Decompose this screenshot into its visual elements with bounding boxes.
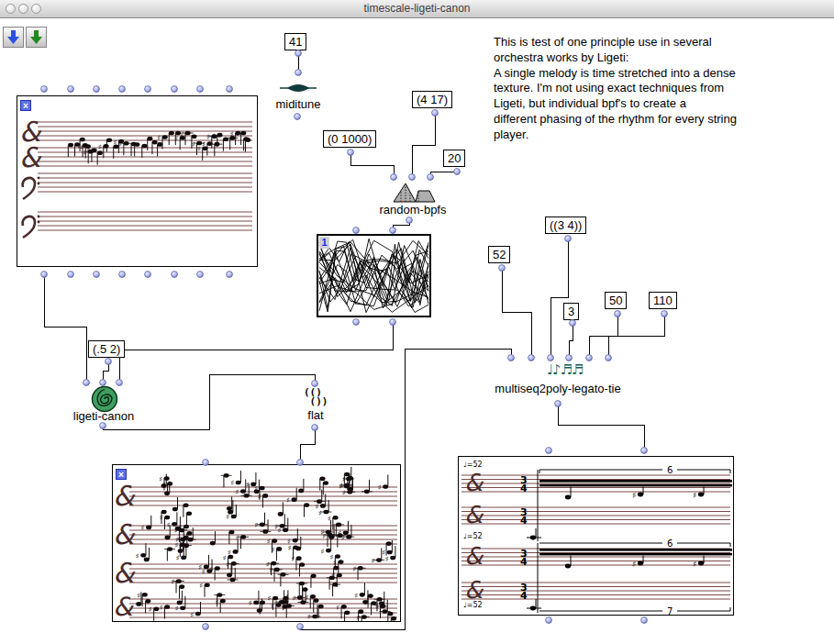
outlet-port[interactable] xyxy=(390,319,396,326)
inlet-port[interactable] xyxy=(117,380,123,386)
value-box-20[interactable]: 20 xyxy=(443,150,465,167)
outlet-port[interactable] xyxy=(197,272,204,278)
inlet-port[interactable] xyxy=(197,86,204,93)
inlet-port[interactable] xyxy=(566,355,573,361)
outlet-port[interactable] xyxy=(454,169,461,175)
outlet-port[interactable] xyxy=(106,359,112,365)
score-editor-multiseq-result[interactable]: &&&& ♯ ♯ xyxy=(458,456,734,616)
outlet-port[interactable] xyxy=(641,617,648,624)
inlet-port[interactable] xyxy=(172,86,178,93)
inlet-port[interactable] xyxy=(390,228,396,234)
value-box-110[interactable]: 110 xyxy=(649,292,677,309)
svg-text:♯: ♯ xyxy=(269,566,272,574)
inlet-port[interactable] xyxy=(295,70,302,76)
value-box-3[interactable]: 3 xyxy=(563,303,579,320)
outlet-port[interactable] xyxy=(203,624,209,630)
value-box-50[interactable]: 50 xyxy=(605,292,627,309)
patch-cord[interactable] xyxy=(608,314,664,358)
outlet-port[interactable] xyxy=(94,272,100,278)
svg-text:♯: ♯ xyxy=(246,481,250,489)
inlet-port[interactable] xyxy=(227,86,233,93)
multiseq-notes-icon[interactable]: ♩♪♬♬ xyxy=(547,361,584,378)
patch-cord[interactable] xyxy=(44,274,86,383)
inlet-port[interactable] xyxy=(409,174,416,181)
inlet-port[interactable] xyxy=(548,355,554,361)
outlet-port[interactable] xyxy=(565,236,572,242)
outlet-port[interactable] xyxy=(227,272,233,278)
outlet-port[interactable] xyxy=(41,272,48,278)
inlet-port[interactable] xyxy=(353,228,360,234)
svg-text:♯: ♯ xyxy=(378,483,382,492)
outlet-port[interactable] xyxy=(353,319,360,326)
patch-cord[interactable] xyxy=(412,113,435,177)
score-editor-stretched-canon[interactable]: × &&&&♯♯♯♯♯♯♯♯♯♯♯♯♯♯♯♯♯♯♯♯♯♯♯♯♯♯♯♯♯♯♯♯♯♯… xyxy=(112,464,401,622)
outlet-port[interactable] xyxy=(662,311,668,317)
outlet-port[interactable] xyxy=(432,110,439,117)
outlet-port[interactable] xyxy=(312,425,318,431)
eval-blue-arrow-button[interactable] xyxy=(3,27,24,48)
miditune-icon[interactable] xyxy=(278,81,318,99)
inlet-port[interactable] xyxy=(641,448,648,454)
inlet-port[interactable] xyxy=(606,355,612,361)
patch-cord[interactable] xyxy=(119,322,393,383)
patch-cord[interactable] xyxy=(569,323,573,358)
outlet-port[interactable] xyxy=(615,311,621,317)
patch-cord[interactable] xyxy=(502,268,531,358)
inlet-port[interactable] xyxy=(508,355,515,361)
svg-text:♯: ♯ xyxy=(175,605,179,613)
value-box-0-1000[interactable]: (0 1000) xyxy=(323,130,376,148)
flat-icon[interactable]: (() ()) xyxy=(304,388,328,406)
close-icon[interactable]: × xyxy=(116,469,127,480)
outlet-port[interactable] xyxy=(297,624,304,630)
outlet-port[interactable] xyxy=(100,423,106,429)
inlet-port[interactable] xyxy=(100,380,106,386)
outlet-port[interactable] xyxy=(546,617,552,624)
close-icon[interactable]: × xyxy=(20,100,31,111)
outlet-port[interactable] xyxy=(295,50,302,57)
outlet-port[interactable] xyxy=(406,217,413,224)
outlet-port[interactable] xyxy=(570,320,576,327)
inlet-port[interactable] xyxy=(546,448,552,454)
value-box-41[interactable]: 41 xyxy=(284,33,306,50)
inlet-port[interactable] xyxy=(586,355,593,361)
inlet-port[interactable] xyxy=(119,86,126,93)
value-box-05-2[interactable]: (.5 2) xyxy=(88,340,125,358)
inlet-port[interactable] xyxy=(83,380,90,386)
outlet-port[interactable] xyxy=(68,272,74,278)
value-box-52[interactable]: 52 xyxy=(488,246,510,263)
inlet-port[interactable] xyxy=(68,86,74,93)
inlet-port[interactable] xyxy=(145,86,151,93)
outlet-port[interactable] xyxy=(555,401,562,407)
svg-text:♯: ♯ xyxy=(202,140,206,149)
value-box-3-4[interactable]: ((3 4)) xyxy=(545,217,586,234)
patch-cord[interactable] xyxy=(300,427,315,462)
svg-text:♯: ♯ xyxy=(307,613,311,621)
inlet-port[interactable] xyxy=(41,86,48,93)
inlet-port[interactable] xyxy=(528,355,535,361)
inlet-port[interactable] xyxy=(391,174,397,181)
outlet-port[interactable] xyxy=(145,272,151,278)
patch-cord[interactable] xyxy=(558,404,644,450)
svg-text:♯: ♯ xyxy=(372,557,375,565)
outlet-port[interactable] xyxy=(172,272,178,278)
svg-text:♯: ♯ xyxy=(333,559,337,567)
score-editor-source-melody[interactable]: × &&♯♯♯♯♯♯♯♯♯♯♯♯♯♯♯♯♯♯ xyxy=(17,95,258,267)
svg-text:♯: ♯ xyxy=(258,493,261,501)
outlet-port[interactable] xyxy=(348,150,354,156)
eval-green-arrow-button[interactable] xyxy=(26,27,47,48)
value-box-4-17[interactable]: (4 17) xyxy=(412,91,452,108)
svg-text:♯: ♯ xyxy=(226,513,229,521)
inlet-port[interactable] xyxy=(94,86,100,93)
inlet-port[interactable] xyxy=(312,381,318,387)
outlet-port[interactable] xyxy=(499,265,506,272)
bpf-display[interactable]: 1 xyxy=(317,234,431,317)
outlet-port[interactable] xyxy=(295,114,301,120)
patch-cord[interactable] xyxy=(430,172,457,177)
patch-cord[interactable] xyxy=(350,152,394,177)
patch-cord[interactable] xyxy=(550,239,568,358)
inlet-port[interactable] xyxy=(297,460,304,466)
outlet-port[interactable] xyxy=(119,272,126,278)
score1-notation: &&♯♯♯♯♯♯♯♯♯♯♯♯♯♯♯♯♯♯ xyxy=(17,96,257,266)
inlet-port[interactable] xyxy=(203,460,209,466)
inlet-port[interactable] xyxy=(428,174,434,181)
